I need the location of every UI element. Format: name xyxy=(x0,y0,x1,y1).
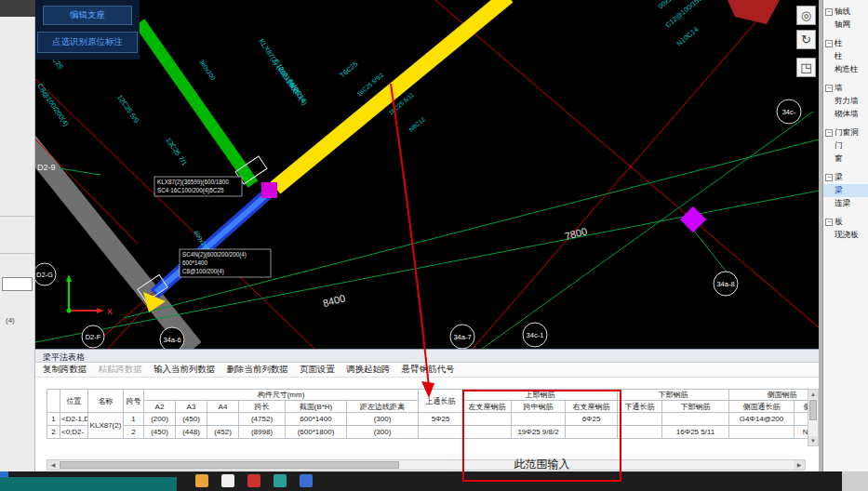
svg-text:D2-F: D2-F xyxy=(86,333,101,341)
input-current-column-button[interactable]: 输入当前列数据 xyxy=(154,364,216,376)
beam-yellow[interactable] xyxy=(275,0,508,188)
top-through-cell[interactable] xyxy=(419,426,463,439)
node-square[interactable] xyxy=(261,182,277,198)
svg-text:34c-: 34c- xyxy=(782,108,796,116)
app-red-icon[interactable] xyxy=(247,474,260,487)
tree-item-opening-group[interactable]: −门窗洞 xyxy=(823,126,868,139)
grid-bubble: D2-G xyxy=(35,263,56,285)
cantilever-rebar-code-button[interactable]: 悬臂钢筋代号 xyxy=(402,364,455,376)
taskbar xyxy=(0,471,868,491)
col-header-dist-left: 距左边线距离 xyxy=(347,401,419,413)
dimension-label: 8400 xyxy=(322,292,347,309)
scroll-up-icon[interactable]: ▲ xyxy=(808,390,818,399)
app-teal-icon[interactable] xyxy=(274,474,287,487)
a4-cell[interactable]: (452) xyxy=(207,426,239,439)
view-cube-icon[interactable]: ◳ xyxy=(796,58,816,77)
annotation-box: SC4N(2)(600l200/200(4) 600*1400 C8@100/2… xyxy=(180,249,271,277)
expander-icon[interactable]: − xyxy=(825,40,833,47)
grid-bubble: 34c-1 xyxy=(523,323,547,347)
taskbar-right-segment[interactable] xyxy=(842,471,868,491)
application-window: (4) xyxy=(0,0,868,491)
row-number-cell[interactable]: 1 xyxy=(47,413,60,426)
vertical-scrollbar[interactable]: ▲ ▼ xyxy=(808,389,819,446)
tree-item-axisgrid[interactable]: 轴网 xyxy=(823,19,868,32)
position-cell[interactable]: <0;D2- xyxy=(60,426,88,439)
divider xyxy=(0,216,35,217)
col-header-section: 截面(B*H) xyxy=(286,401,347,413)
tree-item-slab-group[interactable]: −板 xyxy=(823,216,868,229)
tree-item-door[interactable]: 门 xyxy=(823,139,868,153)
tree-item-column[interactable]: 柱 xyxy=(823,50,868,63)
bottom-through-cell[interactable] xyxy=(618,413,662,426)
spanlen-cell[interactable]: (8998) xyxy=(239,426,286,439)
property-input[interactable] xyxy=(2,277,33,291)
app-blue-icon[interactable] xyxy=(300,474,313,487)
panel-toolbar: 复制跨数据 粘贴跨数据 输入当前列数据 删除当前列数据 页面设置 调换起始跨 悬… xyxy=(35,363,819,378)
expander-icon[interactable]: − xyxy=(825,174,833,181)
node-diamond[interactable] xyxy=(680,206,706,232)
svg-text:KLX87(2)(36599)(600/1800: KLX87(2)(36599)(600/1800 xyxy=(157,179,229,186)
tree-item-castinplace-slab[interactable]: 现浇板 xyxy=(823,229,868,242)
tree-item-shearwall[interactable]: 剪力墙 xyxy=(823,95,868,108)
expander-icon[interactable]: − xyxy=(825,8,833,16)
beam-green[interactable] xyxy=(140,22,253,184)
a2-cell[interactable]: (200) xyxy=(144,413,176,426)
compass-icon[interactable]: ◎ xyxy=(796,6,816,25)
expander-icon[interactable]: − xyxy=(825,129,833,137)
grid-bubble: 34a-6 xyxy=(160,327,184,349)
scroll-down-icon[interactable]: ▼ xyxy=(808,436,818,445)
dist-cell[interactable]: (300) xyxy=(347,426,419,439)
dist-cell[interactable]: (300) xyxy=(347,413,419,426)
rebar-label: 13C25 7/1 xyxy=(164,136,189,167)
a3-cell[interactable]: (450) xyxy=(176,413,207,426)
section-cell[interactable]: (600*1800) xyxy=(286,426,347,439)
beam-table-panel: 梁平法表格 复制跨数据 粘贴跨数据 输入当前列数据 删除当前列数据 页面设置 调… xyxy=(35,349,819,471)
bottom-bars-cell[interactable] xyxy=(662,413,729,426)
delete-current-column-button[interactable]: 删除当前列数据 xyxy=(227,364,289,376)
span-cell[interactable]: 1 xyxy=(124,413,144,426)
svg-text:D2-G: D2-G xyxy=(36,271,53,279)
tree-item-beam-group[interactable]: −梁 xyxy=(823,171,868,184)
section-cell[interactable]: 600*1400 xyxy=(286,413,347,426)
expander-icon[interactable]: − xyxy=(825,85,833,92)
col-header-name: 名称 xyxy=(88,390,124,413)
top-through-cell[interactable]: 5Φ25 xyxy=(419,413,463,426)
edit-support-button[interactable]: 编辑支座 xyxy=(43,6,132,25)
expander-icon[interactable]: − xyxy=(825,219,833,226)
document-icon[interactable] xyxy=(221,474,234,487)
scroll-right-icon[interactable]: ▶ xyxy=(794,460,805,470)
name-cell[interactable]: KLX87(2) xyxy=(88,413,124,439)
page-setup-button[interactable]: 页面设置 xyxy=(300,364,335,376)
tree-item-masonry-wall[interactable]: 砌体墙 xyxy=(823,108,868,121)
tree-item-beam[interactable]: 梁 xyxy=(823,184,868,197)
a3-cell[interactable]: (448) xyxy=(176,426,207,439)
scrollbar-thumb[interactable] xyxy=(809,400,817,420)
side-through-cell[interactable] xyxy=(729,426,795,439)
bottom-bars-cell[interactable]: 16Φ25 5/11 xyxy=(662,426,729,439)
row-number-cell[interactable]: 2 xyxy=(47,426,60,439)
side-through-cell[interactable]: G4Φ14@200 xyxy=(729,413,795,426)
position-cell[interactable]: <D2-1,D xyxy=(60,413,88,426)
tree-item-structural-column[interactable]: 构造柱 xyxy=(823,63,868,76)
span-cell[interactable]: 2 xyxy=(124,426,144,439)
swap-start-span-button[interactable]: 调换起始跨 xyxy=(346,364,391,376)
tree-item-coupling-beam[interactable]: 连梁 xyxy=(823,197,868,210)
a4-cell[interactable] xyxy=(207,413,239,426)
rebar-label: T6C25 xyxy=(339,60,360,79)
bottom-through-cell[interactable] xyxy=(618,426,662,439)
svg-text:34a-7: 34a-7 xyxy=(453,333,471,341)
tree-item-wall-group[interactable]: −墙 xyxy=(823,82,868,95)
cad-viewport[interactable]: 4C25 C8@100/200(4) 12C25 5/9 13C25 7/1 3… xyxy=(35,0,819,349)
scrollbar-thumb[interactable] xyxy=(60,461,399,469)
tree-item-window[interactable]: 窗 xyxy=(823,153,868,166)
horizontal-scrollbar[interactable]: ◀ ▶ xyxy=(47,459,806,471)
copy-span-data-button[interactable]: 复制跨数据 xyxy=(43,364,87,376)
folder-icon[interactable] xyxy=(195,474,208,487)
spanlen-cell[interactable]: (4752) xyxy=(239,413,286,426)
pick-identify-annotation-button[interactable]: 点选识别原位标注 xyxy=(37,32,138,53)
a2-cell[interactable]: (450) xyxy=(144,426,176,439)
tree-item-column-group[interactable]: −柱 xyxy=(823,37,868,50)
tree-item-axis[interactable]: −轴线 xyxy=(823,6,868,19)
rotate-view-icon[interactable]: ↻ xyxy=(796,30,816,49)
scroll-left-icon[interactable]: ◀ xyxy=(47,460,59,470)
